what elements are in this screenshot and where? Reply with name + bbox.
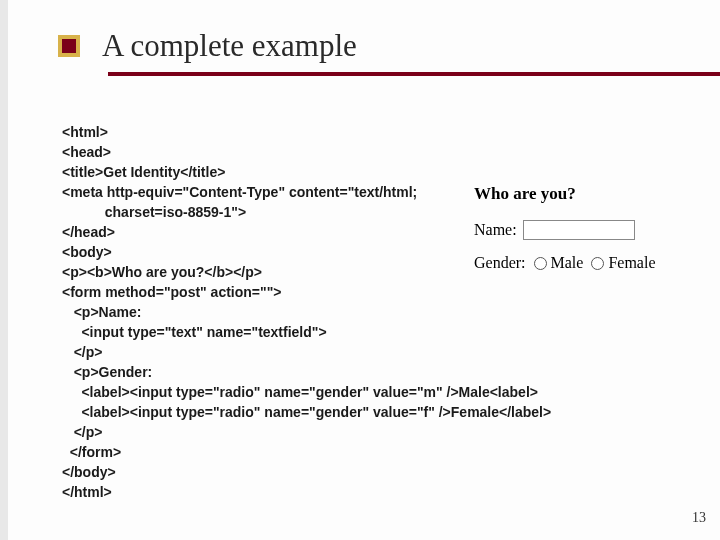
code-line: <label><input type="radio" name="gender"… <box>62 384 538 400</box>
code-line: </body> <box>62 464 116 480</box>
title-bullet-icon <box>58 35 80 57</box>
code-line: <input type="text" name="textfield"> <box>62 324 327 340</box>
code-line: <p><b>Who are you?</b></p> <box>62 264 262 280</box>
code-line: <p>Gender: <box>62 364 152 380</box>
code-line: <html> <box>62 124 108 140</box>
code-line: <form method="post" action=""> <box>62 284 281 300</box>
code-line: </p> <box>62 424 102 440</box>
code-line: charset=iso-8859-1"> <box>62 204 246 220</box>
code-line: </p> <box>62 344 102 360</box>
slide-content: A complete example <html> <head> <title>… <box>0 0 720 540</box>
code-line: </head> <box>62 224 115 240</box>
code-line: </html> <box>62 484 112 500</box>
slide-title: A complete example <box>102 28 357 64</box>
code-line: <title>Get Identity</title> <box>62 164 225 180</box>
code-example: <html> <head> <title>Get Identity</title… <box>62 122 700 502</box>
code-line: <head> <box>62 144 111 160</box>
code-line: <p>Name: <box>62 304 141 320</box>
code-line: </form> <box>62 444 121 460</box>
code-line: <meta http-equiv="Content-Type" content=… <box>62 184 417 200</box>
code-line: <label><input type="radio" name="gender"… <box>62 404 551 420</box>
slide-number: 13 <box>692 510 706 526</box>
content-area: <html> <head> <title>Get Identity</title… <box>0 76 720 502</box>
code-line: <body> <box>62 244 112 260</box>
title-row: A complete example <box>0 28 720 64</box>
